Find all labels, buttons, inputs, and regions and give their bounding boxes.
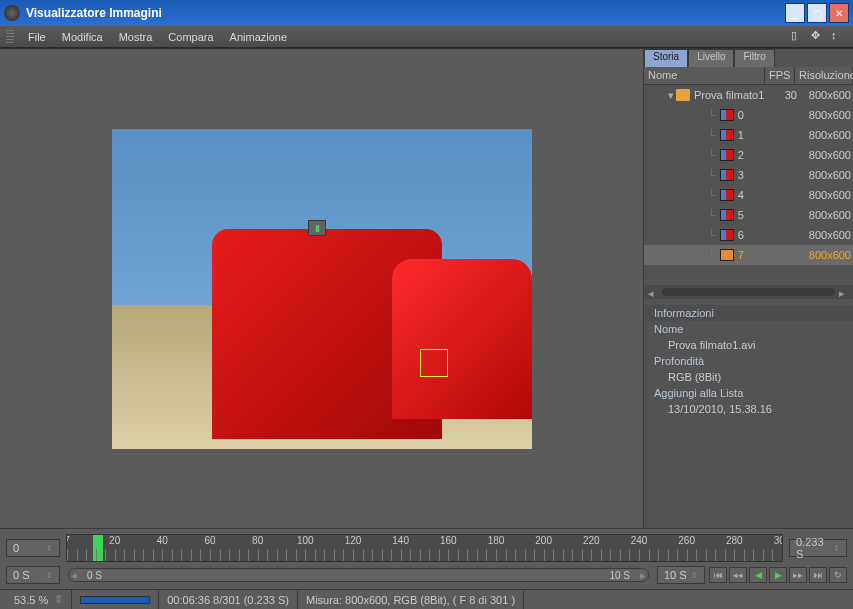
collapse-icon[interactable]: ↕ [831,29,847,45]
frame-thumbnail-icon [720,249,734,261]
tick-label: 300 [774,535,783,546]
frame-res: 800x600 [797,109,853,121]
frame-res: 800x600 [797,249,853,261]
frame-label: 5 [738,209,797,221]
tick-label: 220 [583,535,600,546]
stepper-icon[interactable]: ⇕ [46,544,53,553]
range-slider[interactable]: ◂ 0 S 10 S ▸ [68,568,649,582]
tree-frame-row[interactable]: └2800x600 [644,145,853,165]
panel-layout-icon[interactable]: ▯ [791,29,807,45]
root-res: 800x600 [797,89,853,101]
col-fps[interactable]: FPS [765,67,795,84]
maximize-button[interactable]: ▢ [807,3,827,23]
frame-thumbnail-icon [720,229,734,241]
range-left-value: 0 S [13,569,30,581]
frame-thumbnail-icon [720,109,734,121]
status-bar: 53.5 % ⇕ 00:06:36 8/301 (0.233 S) Misura… [0,589,853,609]
tree-frame-row[interactable]: └0800x600 [644,105,853,125]
tree-frame-row[interactable]: └5800x600 [644,205,853,225]
zoom-slider-cell [72,590,159,609]
tree-frame-row[interactable]: └3800x600 [644,165,853,185]
stepper-icon[interactable]: ⇕ [46,571,53,580]
zoom-slider[interactable] [80,596,150,604]
render-preview [112,129,532,449]
playback-controls: ⏮ ◂◂ ◀ ▶ ▸▸ ⏭ ▮ ▮ ↻ [709,567,847,583]
status-time: 00:06:36 8/301 (0.233 S) [159,590,298,609]
side-tabs: Storia Livello Filtro [644,49,853,67]
menubar: File Modifica Mostra Compara Animazione … [0,26,853,48]
timeline-end-field[interactable]: 0.233 S ⇕ [789,539,847,557]
frame-res: 800x600 [797,169,853,181]
tick-label: 280 [726,535,743,546]
minimize-button[interactable]: _ [785,3,805,23]
tree-frame-row[interactable]: └1800x600 [644,125,853,145]
scene-object-arm [392,259,532,419]
loop-button[interactable]: ↻ [829,567,847,583]
tree-root[interactable]: ▾ Prova filmato1 30 800x600 [644,85,853,105]
frame-thumbnail-icon [720,129,734,141]
timeline-area: 0 ⇕ 720406080100120140160180200220240260… [0,528,853,589]
slider-right-arrow-icon[interactable]: ▸ [638,569,648,582]
info-nome-value: Prova filmato1.avi [644,337,853,353]
chevron-down-icon[interactable]: ▾ [668,89,674,102]
goto-start-button[interactable]: ⏮ [709,567,727,583]
move-icon[interactable]: ✥ [811,29,827,45]
col-nome[interactable]: Nome [644,67,765,84]
frame-res: 800x600 [797,129,853,141]
frame-thumbnail-icon [720,209,734,221]
slider-left-value: 0 S [79,570,102,581]
timeline-end-value: 0.233 S [796,536,833,560]
titlebar: Visualizzatore Immagini _ ▢ ✕ [0,0,853,26]
next-frame-button[interactable]: ▸▸ [789,567,807,583]
marker-b-button[interactable]: ▮ [308,220,326,236]
side-panel: Storia Livello Filtro Nome FPS Risoluzio… [643,49,853,528]
tree-hscrollbar[interactable]: ◂ ▸ [644,285,853,299]
play-forward-button[interactable]: ▶ [769,567,787,583]
stepper-icon[interactable]: ⇕ [54,593,63,606]
tick-label: 120 [345,535,362,546]
tab-livello[interactable]: Livello [688,49,734,67]
range-left-field[interactable]: 0 S ⇕ [6,566,60,584]
tree-frame-row[interactable]: └7800x600 [644,245,853,265]
goto-end-button[interactable]: ⏭ [809,567,827,583]
close-button[interactable]: ✕ [829,3,849,23]
frame-res: 800x600 [797,229,853,241]
col-risoluzione[interactable]: Risoluzione [795,67,853,84]
frame-thumbnail-icon [720,149,734,161]
tick-label: 7 [66,535,70,546]
tick-label: 100 [297,535,314,546]
timeline-start-value: 0 [13,542,19,554]
info-prof-value: RGB (8Bit) [644,369,853,385]
timeline-start-field[interactable]: 0 ⇕ [6,539,60,557]
tick-label: 20 [109,535,120,546]
frame-label: 3 [738,169,797,181]
viewport[interactable] [0,49,643,528]
menu-file[interactable]: File [20,31,54,43]
frame-label: 1 [738,129,797,141]
zoom-field[interactable]: 53.5 % ⇕ [6,590,72,609]
slider-left-arrow-icon[interactable]: ◂ [69,569,79,582]
scroll-right-icon[interactable]: ▸ [839,287,849,297]
tree-frame-row[interactable]: └4800x600 [644,185,853,205]
scroll-left-icon[interactable]: ◂ [648,287,658,297]
menu-animazione[interactable]: Animazione [222,31,295,43]
menu-modifica[interactable]: Modifica [54,31,111,43]
tab-filtro[interactable]: Filtro [734,49,774,67]
info-title: Informazioni [644,305,853,321]
menu-mostra[interactable]: Mostra [111,31,161,43]
tab-storia[interactable]: Storia [644,49,688,67]
tick-label: 260 [678,535,695,546]
frame-label: 2 [738,149,797,161]
play-back-button[interactable]: ◀ [749,567,767,583]
tree-frame-row[interactable]: └6800x600 [644,225,853,245]
prev-frame-button[interactable]: ◂◂ [729,567,747,583]
menu-compara[interactable]: Compara [160,31,221,43]
scroll-track[interactable] [662,288,835,296]
tick-label: 140 [392,535,409,546]
timeline-ruler[interactable]: 7204060801001201401601802002202402602803… [66,534,783,562]
stepper-icon[interactable]: ⇕ [833,544,840,553]
tick-label: 160 [440,535,457,546]
stepper-icon[interactable]: ⇕ [691,571,698,580]
root-fps: 30 [767,89,797,101]
range-right-field[interactable]: 10 S ⇕ [657,566,705,584]
